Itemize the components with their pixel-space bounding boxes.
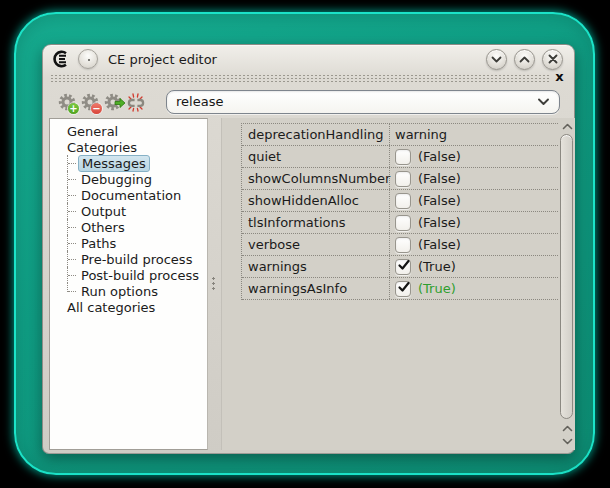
desktop-background: { "colors": { "teal_background": "#10A08…: [0, 0, 610, 488]
sidebar-item-categories[interactable]: Categories: [50, 139, 207, 155]
table-row: quiet (False): [242, 146, 558, 168]
sidebar-item-post-build-process[interactable]: Post-build process: [50, 267, 207, 283]
property-value: (False): [418, 193, 461, 208]
property-value: (True): [418, 259, 456, 274]
property-name: warnings: [242, 256, 390, 277]
main-area: General Categories Messages Debugging Do…: [49, 118, 575, 450]
checkbox-unchecked[interactable]: [395, 237, 411, 253]
sidebar-item-debugging[interactable]: Debugging: [50, 171, 207, 187]
sidebar-item-messages[interactable]: Messages: [50, 155, 207, 171]
tree-branch-line: [67, 235, 76, 251]
sidebar-item-run-options[interactable]: Run options: [50, 283, 207, 299]
property-value: (False): [418, 215, 461, 230]
app-menu-button[interactable]: [78, 49, 98, 69]
table-row: warningsAsInfo (True): [242, 278, 558, 300]
scrollbar-thumb[interactable]: [560, 134, 573, 419]
property-value: (True): [418, 281, 456, 296]
checkbox-checked[interactable]: [395, 259, 411, 275]
checkbox-unchecked[interactable]: [395, 193, 411, 209]
tree-branch-line: [67, 187, 76, 203]
scroll-up-button-bottom[interactable]: [559, 422, 575, 435]
property-value: (False): [418, 149, 461, 164]
property-value: (False): [418, 237, 461, 252]
scroll-up-button[interactable]: [559, 120, 575, 133]
checkmark-icon: [397, 258, 411, 272]
tree-branch-line: [67, 155, 76, 171]
property-name: showHiddenAlloc: [242, 190, 390, 211]
table-row: tlsInformations (False): [242, 212, 558, 234]
tree-branch-line: [67, 171, 76, 187]
property-grid: deprecationHandling warning quiet (False…: [241, 123, 558, 300]
window-controls: [486, 49, 563, 70]
chevron-up-icon: [519, 56, 530, 63]
table-row: showHiddenAlloc (False): [242, 190, 558, 212]
broken-link-icon: [125, 91, 147, 113]
property-name: verbose: [242, 234, 390, 255]
property-name: quiet: [242, 146, 390, 167]
unlink-configuration-button[interactable]: [124, 89, 147, 114]
sidebar-item-others[interactable]: Others: [50, 219, 207, 235]
toolbar-close-button[interactable]: x: [552, 72, 567, 82]
property-value: warning: [395, 127, 447, 142]
chevron-down-icon: [562, 438, 573, 445]
sidebar-item-general[interactable]: General: [50, 123, 207, 139]
checkbox-checked[interactable]: [395, 281, 411, 297]
table-row: warnings (True): [242, 256, 558, 278]
tree-branch-line: [67, 283, 76, 292]
property-panel: deprecationHandling warning quiet (False…: [221, 118, 575, 450]
tree-branch-line: [67, 251, 76, 267]
property-name: deprecationHandling: [242, 124, 390, 145]
copy-configuration-button[interactable]: [101, 89, 124, 114]
checkbox-unchecked[interactable]: [395, 149, 411, 165]
ce-project-editor-window: CE project editor x: [42, 44, 575, 454]
checkbox-unchecked[interactable]: [395, 215, 411, 231]
splitter-grip-icon: [212, 276, 215, 291]
table-row: deprecationHandling warning: [242, 124, 558, 146]
toolbar-handle-strip: x: [50, 71, 567, 83]
window-title: CE project editor: [108, 52, 217, 67]
close-button[interactable]: [542, 49, 563, 70]
panel-splitter[interactable]: [208, 118, 221, 450]
remove-configuration-button[interactable]: −: [78, 89, 101, 114]
add-configuration-button[interactable]: +: [55, 89, 78, 114]
sidebar-item-paths[interactable]: Paths: [50, 235, 207, 251]
ce-logo-icon: [51, 50, 71, 68]
tree-branch-line: [67, 203, 76, 219]
titlebar: CE project editor: [43, 45, 574, 70]
property-name: tlsInformations: [242, 212, 390, 233]
sidebar-item-output[interactable]: Output: [50, 203, 207, 219]
chevron-up-icon: [562, 425, 573, 432]
checkmark-icon: [397, 280, 411, 294]
property-name: warningsAsInfo: [242, 278, 390, 299]
chevron-down-icon: [491, 56, 502, 63]
property-value: (False): [418, 171, 461, 186]
maximize-button[interactable]: [514, 49, 535, 70]
configuration-select[interactable]: release: [166, 90, 560, 114]
table-row: showColumnsNumber (False): [242, 168, 558, 190]
configuration-select-value: release: [176, 94, 223, 109]
checkbox-unchecked[interactable]: [395, 171, 411, 187]
chevron-up-icon: [562, 123, 573, 130]
sidebar-item-pre-build-process[interactable]: Pre-build process: [50, 251, 207, 267]
toolbar-drag-handle[interactable]: [50, 73, 549, 82]
tree-branch-line: [67, 267, 76, 283]
scroll-down-button[interactable]: [559, 435, 575, 448]
desktop-highlight-panel: CE project editor x: [14, 12, 595, 475]
chevron-down-icon: [537, 98, 550, 106]
close-icon: [548, 54, 558, 64]
property-name: showColumnsNumber: [242, 168, 390, 189]
sidebar-item-documentation[interactable]: Documentation: [50, 187, 207, 203]
tree-branch-line: [67, 219, 76, 235]
table-row: verbose (False): [242, 234, 558, 256]
shade-button[interactable]: [486, 49, 507, 70]
sidebar-item-all-categories[interactable]: All categories: [50, 299, 207, 315]
vertical-scrollbar: [559, 118, 575, 450]
toolbar: + −: [43, 83, 574, 120]
category-tree: General Categories Messages Debugging Do…: [49, 118, 208, 450]
